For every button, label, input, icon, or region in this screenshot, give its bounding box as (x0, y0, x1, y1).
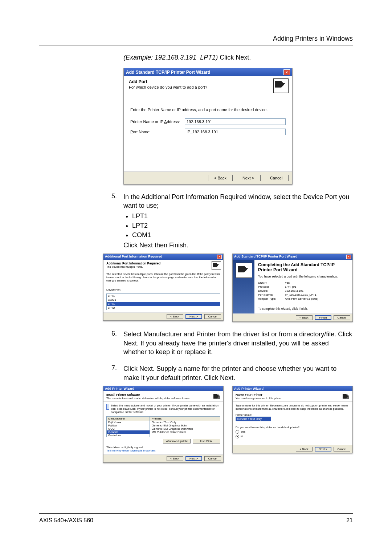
printer-icon (342, 393, 350, 401)
dlg-name-body: Type a name for this printer. Because so… (236, 404, 350, 410)
printer-cable-icon (212, 261, 221, 270)
list-item[interactable]: LPT1 (107, 294, 220, 298)
back-button[interactable]: < Back (167, 456, 183, 461)
summary-key: Port Name: (258, 293, 285, 296)
bullet-lpt1: LPT1 (132, 212, 353, 220)
summary-val: LPR, pr1 (285, 285, 297, 288)
svg-rect-3 (344, 394, 348, 396)
cancel-button[interactable]: Cancel (334, 447, 350, 451)
mfr-list[interactable]: Fuji Xerox Fujitsu GCC Generic Gestetner (107, 421, 150, 437)
close-icon[interactable]: × (283, 69, 290, 75)
input-printer-address[interactable] (185, 118, 286, 125)
printer-cable-icon (273, 78, 289, 93)
have-disk-button[interactable]: Have Disk... (193, 439, 220, 443)
dialog-note: Enter the Printer Name or IP address, an… (130, 108, 286, 112)
list-item[interactable]: LPT2 (107, 306, 220, 310)
dialog-subheading: For which device do you want to add a po… (129, 85, 287, 89)
default-printer-question: Do you want to use this printer as the d… (236, 426, 350, 429)
summary-key: Device: (258, 289, 285, 292)
dlg-complete-lead: You have selected a port with the follow… (258, 275, 349, 278)
svg-rect-0 (213, 396, 220, 399)
list-item[interactable]: COM1 (107, 298, 220, 302)
dlg-install-h1: Install Printer Software (106, 393, 220, 397)
cancel-button[interactable]: Cancel (204, 456, 221, 461)
dialog-name-printer: Add Printer Wizard Name Your Printer You… (232, 386, 353, 453)
list-item-selected[interactable]: LPT1 (107, 302, 220, 306)
dlg-addl-title: Additional Port Information Required (105, 255, 162, 259)
next-button[interactable]: Next > (185, 456, 202, 461)
header-rule (39, 45, 353, 45)
cancel-button[interactable]: Cancel (264, 175, 289, 181)
dialog-heading: Add Port (129, 79, 287, 84)
input-port-name[interactable] (185, 129, 286, 135)
bullet-lpt2: LPT2 (132, 221, 353, 230)
dlg-install-title: Add Printer Wizard (105, 387, 134, 390)
disk-icon (106, 404, 109, 410)
back-button[interactable]: < Back (167, 314, 183, 319)
radio-yes[interactable]: Yes (236, 430, 350, 434)
back-button[interactable]: < Back (296, 447, 313, 451)
footer-rule (39, 513, 353, 514)
example-italic: (Example: 192.168.3.191_LPT1) (123, 54, 220, 61)
example-rest: Click Next. (220, 54, 251, 61)
dlg-install-h2: The manufacturer and model determine whi… (106, 397, 220, 400)
input-printer-name[interactable]: Generic / Text Only (236, 417, 271, 421)
device-port-listbox[interactable]: LPT1 COM1 LPT1 LPT2 (106, 293, 220, 310)
next-button[interactable]: Next > (185, 314, 202, 319)
printer-icon (212, 393, 221, 401)
bullet-com1: COM1 (132, 231, 353, 239)
list-item[interactable]: MS Publisher Color Printer (150, 430, 220, 434)
signing-link[interactable]: Tell me why driver signing is important (106, 449, 155, 452)
example-line: (Example: 192.168.3.191_LPT1) Click Next… (123, 54, 353, 61)
dialog-add-port: Add Standard TCP/IP Printer Port Wizard … (123, 68, 293, 185)
dlg-complete-tail: To complete this wizard, click Finish. (258, 307, 349, 311)
back-button[interactable]: < Back (208, 175, 233, 181)
list-item[interactable]: Gestetner (107, 434, 150, 437)
label-port-name: Port Name: (130, 130, 185, 134)
close-icon[interactable]: × (346, 255, 351, 259)
label-device-port: Device Port (106, 288, 220, 291)
list-item[interactable]: Generic IBM Graphics 9pin (150, 424, 220, 427)
close-icon[interactable]: × (217, 255, 222, 259)
footer-product: AXIS 540+/AXIS 560 (39, 517, 93, 524)
next-button[interactable]: Next > (236, 175, 261, 181)
driver-signed: This driver is digitally signed. (106, 446, 143, 449)
prn-header: Printers (150, 417, 220, 421)
section-title: Adding Printers in Windows (273, 35, 353, 42)
summary-val: 192.168.3.191 (285, 289, 303, 292)
cancel-button[interactable]: Cancel (334, 315, 350, 320)
list-item[interactable]: Generic IBM Graphics 9pin wide (150, 427, 220, 430)
label-printer-name: Printer name: (236, 413, 350, 417)
dialog-completing-port: Add Standard TCP/IP Printer Port Wizard … (232, 254, 353, 322)
step-number-7: 7. (103, 364, 123, 382)
dlg-name-h1: Name Your Printer (236, 393, 350, 397)
prn-list[interactable]: Generic / Text Only Generic IBM Graphics… (150, 421, 220, 434)
label-printer-address: Printer Name or IP Address: (130, 119, 185, 124)
list-item[interactable]: Fujitsu (107, 424, 150, 427)
list-item-selected[interactable]: Generic (107, 430, 150, 434)
list-item[interactable]: Fuji Xerox (107, 421, 150, 424)
step-number-5: 5. (103, 193, 123, 250)
step5-after: Click Next then Finish. (123, 241, 353, 250)
dlg-name-h2: You must assign a name to this printer. (236, 397, 350, 400)
cancel-button[interactable]: Cancel (204, 314, 221, 319)
step5-text: In the Additional Port Information Requi… (123, 193, 349, 209)
next-button[interactable]: Next > (315, 447, 331, 451)
windows-update-button[interactable]: Windows Update (163, 439, 191, 443)
radio-no[interactable]: No (236, 435, 350, 438)
dlg-name-title: Add Printer Wizard (234, 387, 264, 390)
step-number-6: 6. (103, 330, 123, 356)
summary-key: Protocol: (258, 285, 285, 288)
back-button[interactable]: < Back (296, 315, 313, 320)
mfr-header: Manufacturer (107, 417, 150, 421)
dlg-complete-heading: Completing the Add Standard TCP/IP Print… (258, 263, 349, 273)
step7-text: Click Next. Supply a name for the printe… (123, 364, 353, 382)
finish-button[interactable]: Finish (315, 315, 331, 320)
list-item[interactable]: GCC (107, 427, 150, 430)
dialog-title: Add Standard TCP/IP Printer Port Wizard (126, 70, 210, 75)
list-item[interactable]: Generic / Text Only (150, 421, 220, 424)
summary-val: Axis Print Server (3 ports) (285, 297, 318, 300)
dlg-addl-body: The selected device has multiple ports. … (106, 272, 220, 282)
dialog-install-software: Add Printer Wizard Install Printer Softw… (103, 386, 224, 463)
dialog-additional-port: Additional Port Information Required × A… (103, 254, 224, 321)
